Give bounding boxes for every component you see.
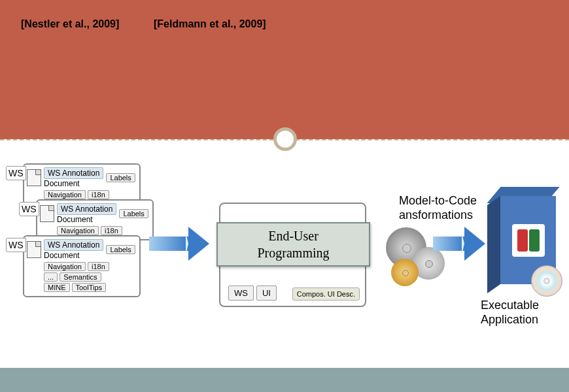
ws-annotation-label: WS Annotation	[44, 167, 103, 179]
tag-semantics: Semantics	[60, 272, 101, 282]
tag-i18n: i18n	[88, 190, 109, 199]
tag-labels: Labels	[119, 209, 148, 218]
document-label: Document	[44, 251, 103, 260]
tag-ui: UI	[256, 286, 277, 301]
ws-annotation-label: WS Annotation	[44, 239, 103, 251]
tag-tooltips: ToolTips	[72, 283, 107, 292]
ws-tab: WS	[19, 202, 39, 216]
overlay-line2: Programming	[258, 244, 330, 261]
tag-labels: Labels	[106, 173, 135, 182]
tag-labels: Labels	[106, 245, 135, 254]
tag-navigation: Navigation	[44, 190, 86, 199]
document-icon	[40, 205, 54, 222]
arrow-right-icon	[149, 237, 188, 251]
divider-circle	[273, 127, 297, 151]
model-to-code-label: Model-to-Code ansformations	[399, 194, 477, 222]
citation-nestler: [Nestler et al., 2009]	[21, 18, 119, 30]
ws-tab: WS	[6, 166, 26, 180]
executable-application-icon	[487, 187, 559, 291]
overlay-line1: End-User	[258, 227, 330, 244]
citation-feldmann: [Feldmann et al., 2009]	[154, 18, 266, 30]
document-icon	[27, 169, 41, 186]
ws-annotation-stack: WS WS Annotation Document Labels Navigat…	[0, 163, 150, 317]
document-icon	[27, 241, 41, 258]
arrow-right-icon	[433, 237, 464, 251]
tag-navigation: Navigation	[57, 226, 99, 235]
end-user-programming-overlay: End-User Programming	[216, 222, 370, 267]
bottom-band	[0, 368, 569, 392]
tag-i18n: i18n	[101, 226, 122, 235]
tag-i18n: i18n	[88, 262, 109, 271]
tag-ws: WS	[228, 286, 254, 301]
ws-card: WS WS Annotation Document Labels Navigat…	[23, 235, 141, 297]
document-label: Document	[44, 179, 103, 188]
ws-annotation-label: WS Annotation	[57, 203, 116, 215]
executable-application-label: Executable Application	[481, 299, 539, 327]
ws-card: WS WS Annotation Document Labels Navigat…	[23, 163, 141, 204]
tag-navigation: Navigation	[44, 262, 86, 271]
tag-mine: MINE	[44, 283, 70, 292]
ws-card: WS WS Annotation Document Labels Navigat…	[36, 199, 154, 240]
document-label: Document	[57, 215, 116, 224]
compos-ui-desc: Compos. UI Desc.	[292, 287, 360, 301]
cd-icon	[531, 265, 562, 297]
tag-dots: ...	[44, 272, 58, 282]
ws-tab: WS	[6, 238, 26, 252]
